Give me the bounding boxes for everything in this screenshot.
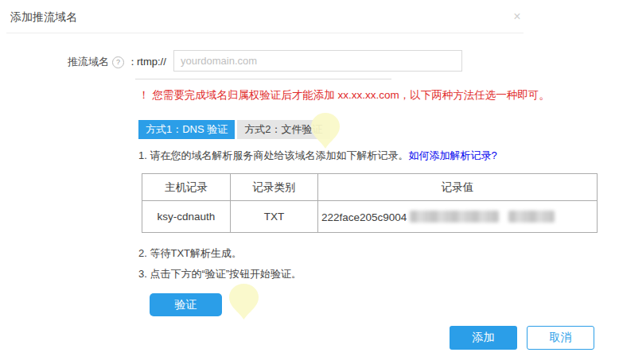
record-value-text: 222face205c9004 xyxy=(321,211,407,223)
table-header-row: 主机记录 记录类别 记录值 xyxy=(142,174,598,201)
close-icon[interactable]: × xyxy=(510,10,524,24)
redacted-value-blur xyxy=(410,211,499,223)
push-domain-label: 推流域名 ? ： xyxy=(68,55,138,69)
how-to-add-record-link[interactable]: 如何添加解析记录? xyxy=(408,149,496,161)
cell-host-record: ksy-cdnauth xyxy=(142,201,231,233)
domain-input[interactable] xyxy=(173,50,462,72)
step-3-instruction: 3. 点击下方的“验证”按钮开始验证。 xyxy=(138,267,302,281)
protocol-prefix: rtmp:// xyxy=(137,56,166,68)
push-domain-label-text: 推流域名 xyxy=(68,55,109,69)
header-host-record: 主机记录 xyxy=(142,174,231,201)
table-row: ksy-cdnauth TXT 222face205c9004 xyxy=(142,201,598,233)
cell-record-value: 222face205c9004 xyxy=(318,201,598,233)
tab-file-verification[interactable]: 方式2：文件验证 xyxy=(237,120,329,139)
click-highlight-balloon-icon xyxy=(228,283,259,320)
ownership-warning-text: ！ 您需要完成域名归属权验证后才能添加 xx.xx.xx.com，以下两种方法任… xyxy=(138,88,550,103)
input-section-divider xyxy=(135,79,391,79)
verify-button[interactable]: 验证 xyxy=(150,293,222,316)
cell-record-type: TXT xyxy=(231,201,318,233)
add-push-domain-dialog: 添加推流域名 × 推流域名 ? ： rtmp:// ！ 您需要完成域名归属权验证… xyxy=(0,0,619,364)
cancel-button[interactable]: 取消 xyxy=(527,326,594,350)
dns-record-table: 主机记录 记录类别 记录值 ksy-cdnauth TXT 222face205… xyxy=(142,173,598,233)
add-button[interactable]: 添加 xyxy=(450,326,517,350)
redacted-value-blur xyxy=(508,211,555,223)
help-icon[interactable]: ? xyxy=(112,56,124,68)
header-record-type: 记录类别 xyxy=(231,174,318,201)
step-2-instruction: 2. 等待TXT解析生成。 xyxy=(138,246,242,261)
dialog-title: 添加推流域名 xyxy=(10,10,77,25)
header-record-value: 记录值 xyxy=(318,174,598,201)
step-1-instruction: 1. 请在您的域名解析服务商处给该域名添加如下解析记录。如何添加解析记录? xyxy=(138,149,497,163)
tab-dns-verification[interactable]: 方式1：DNS 验证 xyxy=(138,120,235,139)
step-1-text: 1. 请在您的域名解析服务商处给该域名添加如下解析记录。 xyxy=(138,149,408,161)
verification-method-tabs: 方式1：DNS 验证 方式2：文件验证 xyxy=(138,120,333,139)
title-divider xyxy=(6,33,524,33)
